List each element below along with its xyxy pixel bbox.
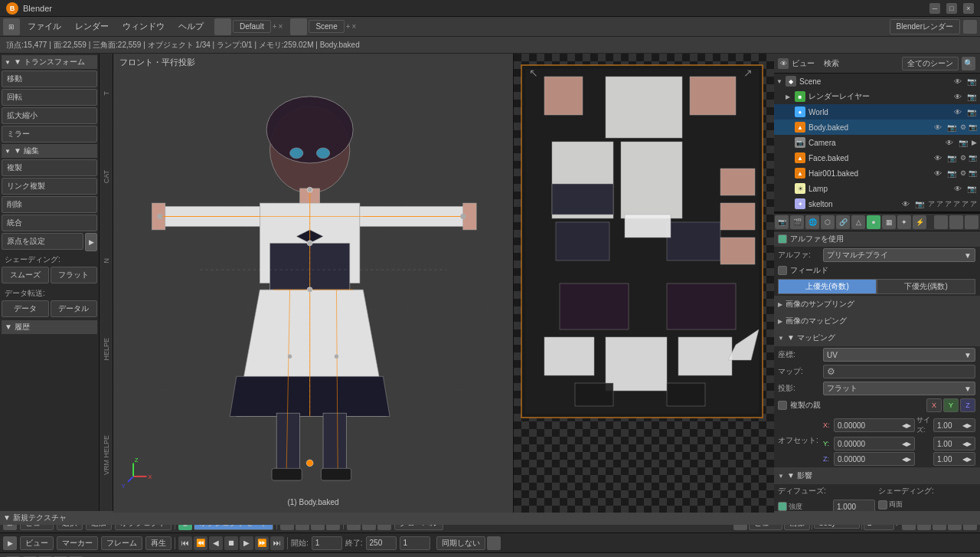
size-x-field[interactable]: 1.00 ◀▶ xyxy=(933,418,975,432)
prop-icon-obj[interactable]: ⬡ xyxy=(821,215,835,229)
menu-help[interactable]: ヘルプ xyxy=(172,19,210,34)
cam-render[interactable]: 📷 xyxy=(958,137,969,148)
scene-eye[interactable]: 👁 xyxy=(952,76,963,87)
scene-dropdown[interactable]: Scene xyxy=(309,20,344,33)
section-history[interactable]: ▼ 履歴 xyxy=(2,320,97,334)
prop-icon-world[interactable]: 🌐 xyxy=(805,215,819,229)
prop-icon-extra1[interactable] xyxy=(934,215,948,229)
btn-stop[interactable]: ⏹ xyxy=(224,536,238,550)
face-eye[interactable]: 👁 xyxy=(933,152,943,163)
outliner-search-label[interactable]: 検索 xyxy=(824,58,839,69)
end-frame-field[interactable]: 250 xyxy=(366,536,397,550)
timeline-frame-btn[interactable]: フレーム xyxy=(101,536,142,550)
layout-x[interactable]: × xyxy=(279,22,283,31)
btn-step-back[interactable]: ⏪ xyxy=(194,536,207,550)
outliner-camera[interactable]: 📷 Camera 👁 📷 ▶ xyxy=(773,135,980,150)
offset-x-field[interactable]: 0.00000 ◀▶ xyxy=(834,418,915,432)
outliner-body-baked[interactable]: ▲ Body.baked 👁 📷 ⚙ 📷 xyxy=(773,120,980,135)
scene-plus[interactable]: + xyxy=(346,22,351,31)
section-new-texture[interactable]: ▼ 新規テクスチャ xyxy=(0,511,100,513)
scene-x[interactable]: × xyxy=(352,22,357,31)
timeline-marker-btn[interactable]: マーカー xyxy=(57,536,98,550)
body-eye[interactable]: 👁 xyxy=(933,122,943,133)
btn-mirror[interactable]: ミラー xyxy=(2,126,97,143)
menu-file[interactable]: ファイル xyxy=(21,19,67,34)
current-frame-field[interactable]: 1 xyxy=(400,536,430,550)
btn-rotate[interactable]: 回転 xyxy=(2,89,97,106)
outliner-lamp[interactable]: ☀ Lamp 👁 📷 xyxy=(773,181,980,196)
search-icon[interactable]: 🔍 xyxy=(962,57,975,70)
outliner-skelton[interactable]: ✦ skelton 👁 📷 アアアアアア xyxy=(773,196,980,211)
field-checkbox[interactable] xyxy=(778,266,787,275)
btn-smooth[interactable]: スムーズ xyxy=(2,267,49,283)
layout-plus[interactable]: + xyxy=(273,22,277,31)
odd-priority-btn[interactable]: 上優先(奇数) xyxy=(778,279,877,294)
prop-icon-constraint[interactable]: 🔗 xyxy=(836,215,850,229)
proj-dropdown[interactable]: フラット ▼ xyxy=(823,382,975,395)
close-button[interactable]: × xyxy=(963,3,974,14)
btn-duplicate[interactable]: 複製 xyxy=(2,159,97,176)
prop-icon-particle[interactable]: ✦ xyxy=(897,215,911,229)
outliner-scene[interactable]: ▼ ◆ Scene 👁 📷 xyxy=(773,74,980,89)
section-transform[interactable]: ▼ ▼ トランスフォーム xyxy=(2,55,97,69)
rl-render[interactable]: 📷 xyxy=(966,91,977,102)
offset-y-field[interactable]: 0.00000 ◀▶ xyxy=(834,437,915,451)
outliner-view-label[interactable]: ビュー xyxy=(792,58,815,69)
prop-icon-scene[interactable]: 🎬 xyxy=(790,215,804,229)
outliner-face-baked[interactable]: ▲ Face.baked 👁 📷 ⚙ 📷 xyxy=(773,150,980,165)
body-render[interactable]: 📷 xyxy=(946,122,957,133)
image-mapping-header[interactable]: ▶ 画像のマッピング xyxy=(773,313,980,329)
intensity-cb[interactable] xyxy=(778,502,787,511)
btn-play[interactable]: ▶ xyxy=(240,536,253,550)
section-edit[interactable]: ▼ ▼ 編集 xyxy=(2,144,97,158)
audio-btn[interactable] xyxy=(487,536,501,550)
btn-jump-end[interactable]: ⏭ xyxy=(270,536,284,550)
btn-data2[interactable]: データル xyxy=(51,300,98,317)
face-render[interactable]: 📷 xyxy=(946,152,957,163)
layout-dropdown[interactable]: Default xyxy=(233,20,271,33)
engine-dropdown[interactable]: Blenderレンダー xyxy=(890,19,960,34)
start-frame-field[interactable]: 1 xyxy=(312,536,342,550)
minimize-button[interactable]: ─ xyxy=(929,3,940,14)
tiled-checkbox[interactable] xyxy=(778,401,787,410)
mapping-header[interactable]: ▼ ▼ マッピング xyxy=(773,329,980,346)
skel-eye[interactable]: 👁 xyxy=(900,198,911,209)
prop-icon-render[interactable]: 📷 xyxy=(775,215,789,229)
scene-render[interactable]: 📷 xyxy=(966,76,977,87)
btn-link-dup[interactable]: リンク複製 xyxy=(2,178,97,195)
timeline-play-btn[interactable]: 再生 xyxy=(145,536,172,550)
btn-delete[interactable]: 削除 xyxy=(2,196,97,213)
center-3d-viewport[interactable]: フロント・平行投影 xyxy=(113,54,513,513)
hair-render[interactable]: 📷 xyxy=(946,168,957,179)
prop-icon-data[interactable]: △ xyxy=(851,215,865,229)
btn-step-fwd[interactable]: ⏩ xyxy=(255,536,269,550)
size-y-field[interactable]: 1.00 ◀▶ xyxy=(933,437,975,451)
btn-scale[interactable]: 拡大縮小 xyxy=(2,107,97,124)
outliner-render-layer[interactable]: ▶ ■ レンダーレイヤー 👁 📷 xyxy=(773,89,980,104)
btn-play-back[interactable]: ◀ xyxy=(209,536,223,550)
map-field[interactable]: ⚙ xyxy=(823,365,975,378)
lamp-render[interactable]: 📷 xyxy=(966,183,977,194)
menu-window[interactable]: ウィンドウ xyxy=(116,19,171,34)
mode-icon[interactable]: ⊞ xyxy=(3,18,20,35)
outliner-hair-baked[interactable]: ▲ Hair001.baked 👁 📷 ⚙ 📷 xyxy=(773,165,980,181)
z-axis-btn[interactable]: Z xyxy=(960,398,975,412)
cam-eye[interactable]: 👁 xyxy=(944,137,955,148)
btn-join[interactable]: 統合 xyxy=(2,215,97,231)
prop-icon-material[interactable]: ● xyxy=(867,215,880,229)
alpha-use-checkbox[interactable] xyxy=(778,234,787,244)
size-z-field[interactable]: 1.00 ◀▶ xyxy=(933,452,975,466)
world-render[interactable]: 📷 xyxy=(966,106,977,117)
prop-icon-texture[interactable]: ▦ xyxy=(882,215,896,229)
prop-icon-extra2[interactable] xyxy=(949,215,963,229)
menu-render[interactable]: レンダー xyxy=(69,19,115,34)
alpha-mode-dropdown[interactable]: プリマルチプライ ▼ xyxy=(823,248,975,262)
outliner-world[interactable]: ● World 👁 📷 xyxy=(773,104,980,120)
both-cb[interactable] xyxy=(878,500,887,509)
offset-z-field[interactable]: 0.00000 ◀▶ xyxy=(834,452,915,466)
maximize-button[interactable]: □ xyxy=(946,3,957,14)
btn-jump-start[interactable]: ⏮ xyxy=(178,536,192,550)
world-eye[interactable]: 👁 xyxy=(952,106,963,117)
btn-move[interactable]: 移動 xyxy=(2,70,97,87)
y-axis-btn[interactable]: Y xyxy=(943,398,959,412)
